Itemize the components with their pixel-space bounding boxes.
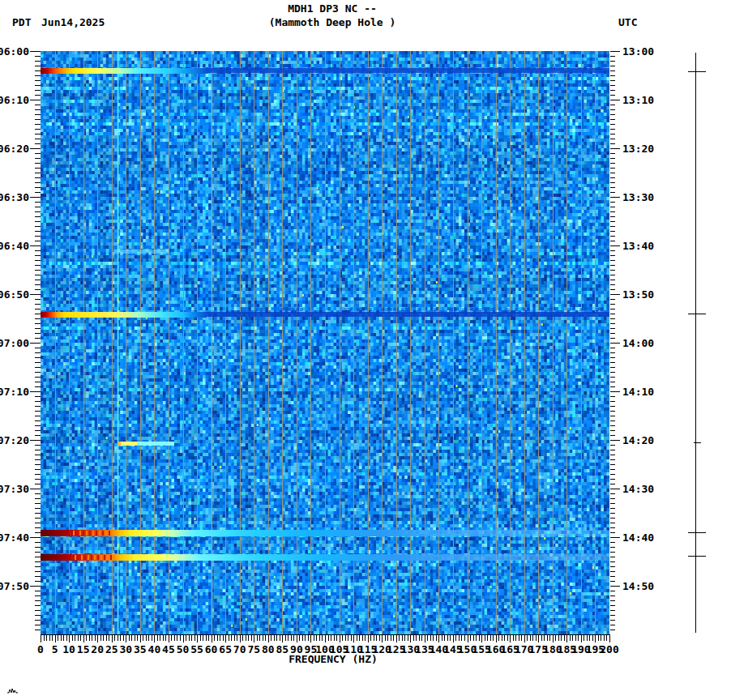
freq-minor-tick (206, 635, 207, 641)
right-minor-tick (610, 561, 615, 562)
left-minor-tick (35, 401, 41, 402)
freq-minor-tick (78, 635, 79, 641)
left-minor-tick (35, 542, 41, 543)
right-major-tick (610, 197, 620, 198)
right-minor-tick (610, 70, 615, 71)
left-major-tick (30, 537, 41, 538)
freq-tick-label: 200 (600, 644, 618, 655)
left-minor-tick (35, 571, 41, 572)
freq-minor-tick (507, 635, 508, 641)
freq-major-tick (254, 635, 254, 642)
right-minor-tick (610, 420, 615, 421)
freq-minor-tick (521, 635, 522, 641)
freq-major-tick (325, 635, 326, 642)
right-minor-tick (610, 459, 615, 460)
freq-minor-tick (408, 635, 408, 641)
right-minor-tick (610, 367, 615, 368)
left-minor-tick (35, 474, 41, 475)
right-minor-tick (610, 323, 615, 324)
event-tick (688, 314, 706, 314)
right-minor-tick (610, 362, 615, 363)
spectrogram-page: PDT Jun14,2025 MDH1 DP3 NC -- (Mammoth D… (0, 0, 731, 700)
right-major-tick (610, 343, 620, 344)
freq-minor-tick (237, 635, 237, 641)
right-minor-tick (610, 284, 615, 285)
right-minor-tick (610, 255, 615, 256)
freq-minor-tick (572, 635, 573, 641)
right-time-label: 14:40 (622, 532, 654, 543)
left-minor-tick (35, 289, 41, 290)
right-minor-tick (610, 503, 615, 504)
freq-minor-tick (314, 635, 314, 641)
station-title: MDH1 DP3 NC -- (288, 3, 377, 14)
freq-minor-tick (487, 635, 488, 641)
freq-minor-tick (276, 635, 277, 641)
left-minor-tick (35, 216, 41, 217)
right-minor-tick (610, 450, 615, 450)
freq-minor-tick (63, 635, 64, 641)
freq-minor-tick (532, 635, 533, 641)
left-minor-tick (35, 236, 41, 237)
freq-minor-tick (217, 635, 218, 641)
tiny-waveform-mark-icon (6, 687, 19, 694)
left-minor-tick (35, 173, 41, 173)
freq-minor-tick (498, 635, 499, 641)
left-major-tick (30, 148, 41, 149)
left-time-label: 06:20 (0, 143, 29, 154)
right-major-tick (610, 391, 620, 392)
left-minor-tick (35, 255, 41, 256)
right-minor-tick (610, 377, 615, 378)
freq-minor-tick (148, 635, 149, 641)
right-minor-tick (610, 600, 615, 601)
right-minor-tick (610, 513, 615, 514)
left-minor-tick (35, 270, 41, 271)
right-minor-tick (610, 265, 615, 266)
freq-major-tick (382, 635, 383, 642)
left-minor-tick (35, 299, 41, 300)
left-minor-tick (35, 328, 41, 329)
right-minor-tick (610, 498, 615, 499)
left-minor-tick (35, 95, 41, 96)
right-minor-tick (610, 66, 615, 66)
right-minor-tick (610, 275, 615, 275)
freq-tick-label: 55 (190, 644, 203, 655)
right-major-tick (610, 148, 620, 149)
freq-minor-tick (229, 635, 229, 641)
left-time-label: 07:30 (0, 484, 29, 494)
freq-minor-tick (433, 635, 434, 641)
freq-minor-tick (160, 635, 160, 641)
freq-minor-tick (444, 635, 445, 641)
left-minor-tick (35, 620, 41, 621)
freq-minor-tick (220, 635, 220, 641)
freq-minor-tick (604, 635, 605, 641)
left-minor-tick (35, 168, 41, 169)
left-minor-tick (35, 581, 41, 582)
left-minor-tick (35, 348, 41, 348)
left-time-label: 07:50 (0, 581, 29, 591)
right-major-tick (610, 537, 620, 538)
freq-minor-tick (95, 635, 96, 641)
right-minor-tick (610, 250, 615, 251)
freq-minor-tick (419, 635, 420, 641)
left-minor-tick (35, 411, 41, 412)
right-time-label: 13:50 (622, 289, 654, 300)
right-minor-tick (610, 289, 615, 290)
freq-tick-label: 40 (148, 644, 161, 655)
left-time-label: 07:20 (0, 435, 29, 446)
right-minor-tick (610, 139, 615, 139)
freq-minor-tick (570, 635, 571, 641)
left-minor-tick (35, 357, 41, 358)
left-minor-tick (35, 265, 41, 266)
freq-minor-tick (259, 635, 260, 641)
freq-minor-tick (189, 635, 190, 641)
freq-minor-tick (293, 635, 294, 641)
left-major-tick (30, 343, 41, 344)
freq-major-tick (268, 635, 269, 642)
right-minor-tick (610, 469, 615, 470)
right-minor-tick (610, 299, 615, 300)
left-minor-tick (35, 114, 41, 115)
freq-minor-tick (46, 635, 47, 641)
freq-minor-tick (357, 635, 357, 641)
left-minor-tick (35, 425, 41, 426)
left-minor-tick (35, 459, 41, 460)
